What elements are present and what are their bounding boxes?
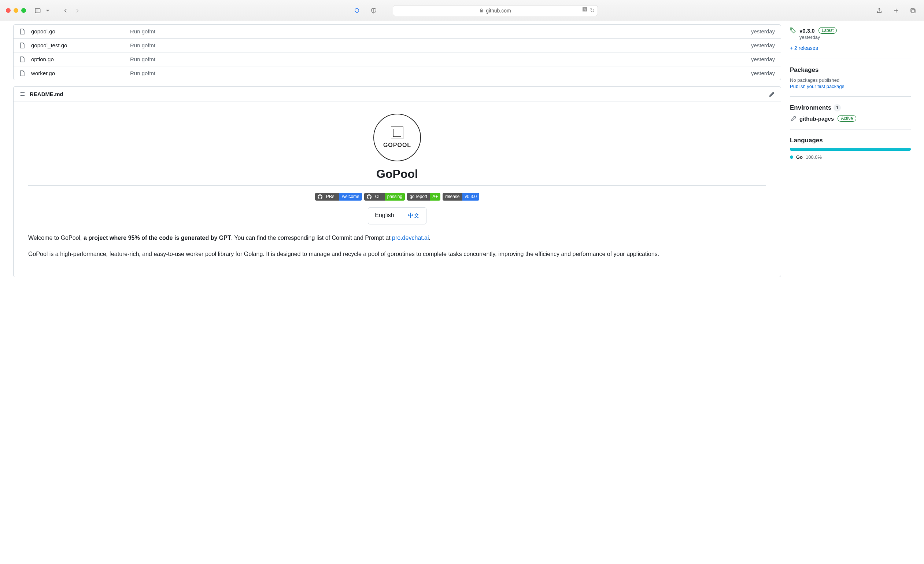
- rocket-icon: [790, 116, 796, 121]
- file-list: gopool.go Run gofmt yesterday gopool_tes…: [13, 24, 781, 80]
- readme-description: GoPool is a high-performance, feature-ri…: [28, 250, 766, 259]
- file-name[interactable]: worker.go: [31, 70, 130, 76]
- file-commit-message[interactable]: Run gofmt: [130, 70, 751, 76]
- svg-rect-5: [912, 9, 915, 13]
- release-version: v0.3.0: [800, 27, 815, 34]
- packages-section: Packages No packages published Publish y…: [790, 66, 911, 97]
- list-icon[interactable]: [20, 91, 25, 97]
- forward-button[interactable]: [72, 6, 82, 16]
- readme-title: GoPool: [28, 167, 766, 185]
- badges-row: PRs welcome CI passing go report A+ rele…: [28, 193, 766, 201]
- file-commit-message[interactable]: Run gofmt: [130, 28, 751, 35]
- translate-icon[interactable]: 🅰: [582, 7, 587, 14]
- packages-empty-text: No packages published: [790, 77, 911, 83]
- environments-heading[interactable]: Environments 1: [790, 104, 911, 111]
- file-name[interactable]: gopool_test.go: [31, 42, 130, 48]
- close-window-button[interactable]: [6, 8, 10, 13]
- devchat-link[interactable]: pro.devchat.ai: [392, 235, 429, 241]
- badge-ci[interactable]: CI passing: [364, 193, 405, 201]
- svg-rect-6: [911, 8, 915, 12]
- project-logo: GOPOOL: [28, 114, 766, 161]
- maximize-window-button[interactable]: [21, 8, 26, 13]
- environments-section: Environments 1 github-pages Active: [790, 104, 911, 129]
- file-row[interactable]: gopool_test.go Run gofmt yesterday: [14, 38, 781, 52]
- readme-intro: Welcome to GoPool, a project where 95% o…: [28, 233, 766, 243]
- file-name[interactable]: gopool.go: [31, 28, 130, 35]
- readme-filename[interactable]: README.md: [30, 91, 63, 97]
- sidebar-dropdown-button[interactable]: [45, 6, 50, 16]
- file-date: yesterday: [751, 70, 775, 76]
- environment-status: Active: [837, 115, 856, 122]
- file-row[interactable]: option.go Run gofmt yesterday: [14, 52, 781, 66]
- environment-item[interactable]: github-pages Active: [790, 115, 911, 122]
- packages-heading[interactable]: Packages: [790, 66, 911, 74]
- latest-release[interactable]: v0.3.0 Latest: [790, 27, 911, 34]
- lang-english[interactable]: English: [368, 208, 400, 224]
- environments-count: 1: [834, 104, 841, 111]
- window-controls: [6, 8, 26, 13]
- file-commit-message[interactable]: Run gofmt: [130, 56, 751, 62]
- extension-icon[interactable]: [352, 6, 362, 16]
- share-button[interactable]: [874, 6, 884, 16]
- language-dot-icon: [790, 155, 793, 159]
- file-row[interactable]: worker.go Run gofmt yesterday: [14, 66, 781, 80]
- file-date: yesterday: [751, 28, 775, 35]
- lang-chinese[interactable]: 中文: [401, 208, 426, 224]
- release-date: yesterday: [800, 35, 911, 40]
- new-tab-button[interactable]: [891, 6, 901, 16]
- sidebar-toggle-button[interactable]: [33, 6, 43, 16]
- readme-box: README.md GOPOOL GoPool PRs welcome: [13, 86, 781, 277]
- latest-badge: Latest: [819, 27, 837, 34]
- file-name[interactable]: option.go: [31, 56, 130, 62]
- badge-goreport[interactable]: go report A+: [407, 193, 440, 201]
- more-releases-link[interactable]: + 2 releases: [790, 45, 818, 51]
- file-icon: [20, 56, 25, 62]
- shield-icon[interactable]: [369, 6, 379, 16]
- publish-package-link[interactable]: Publish your first package: [790, 84, 911, 89]
- file-date: yesterday: [751, 56, 775, 62]
- file-icon: [20, 29, 25, 35]
- releases-section: v0.3.0 Latest yesterday + 2 releases: [790, 27, 911, 59]
- file-icon: [20, 71, 25, 76]
- reload-icon[interactable]: ↻: [590, 7, 595, 14]
- address-bar[interactable]: github.com 🅰 ↻: [393, 5, 598, 16]
- tabs-overview-button[interactable]: [908, 6, 918, 16]
- readme-header: README.md: [14, 87, 781, 102]
- repo-sidebar: v0.3.0 Latest yesterday + 2 releases Pac…: [790, 24, 911, 277]
- file-commit-message[interactable]: Run gofmt: [130, 42, 751, 48]
- tag-icon: [790, 27, 796, 33]
- badge-release[interactable]: release v0.3.0: [442, 193, 479, 201]
- edit-readme-button[interactable]: [769, 91, 775, 97]
- minimize-window-button[interactable]: [14, 8, 18, 13]
- languages-bar: [790, 148, 911, 151]
- browser-toolbar: github.com 🅰 ↻: [0, 0, 924, 21]
- svg-point-7: [791, 29, 792, 29]
- svg-rect-0: [35, 8, 40, 13]
- badge-prs[interactable]: PRs welcome: [315, 193, 362, 201]
- file-icon: [20, 42, 25, 48]
- file-date: yesterday: [751, 42, 775, 48]
- url-text: github.com: [486, 8, 511, 14]
- file-row[interactable]: gopool.go Run gofmt yesterday: [14, 24, 781, 38]
- language-switch: English 中文: [28, 207, 766, 224]
- languages-heading: Languages: [790, 137, 911, 144]
- back-button[interactable]: [60, 6, 71, 16]
- language-go[interactable]: Go 100.0%: [790, 154, 911, 160]
- environment-name: github-pages: [800, 116, 834, 122]
- languages-section: Languages Go 100.0%: [790, 137, 911, 167]
